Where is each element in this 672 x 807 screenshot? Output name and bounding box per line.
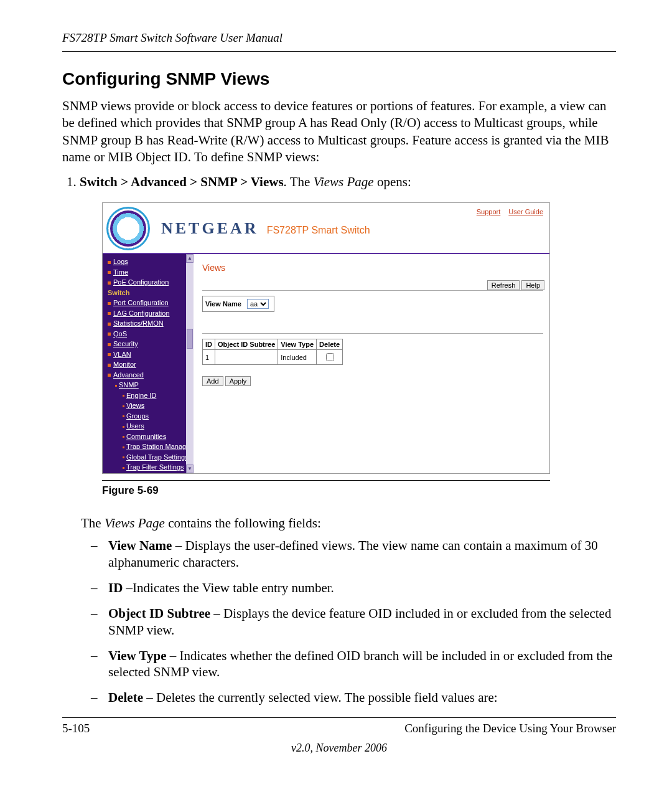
sidebar-item-engine-id[interactable]: Engine ID bbox=[103, 390, 194, 401]
bullet-icon bbox=[123, 436, 124, 438]
steps-list: Switch > Advanced > SNMP > Views. The Vi… bbox=[62, 174, 616, 190]
nav-sidebar: Logs Time PoE Configuration Switch Port … bbox=[103, 254, 194, 473]
field-list: View Name – Displays the user-defined vi… bbox=[62, 537, 616, 706]
footer-page-number: 5-105 bbox=[62, 722, 90, 735]
refresh-button[interactable]: Refresh bbox=[487, 280, 520, 290]
bullet-icon bbox=[123, 415, 124, 417]
cell-oid bbox=[215, 350, 278, 365]
bullet-icon bbox=[123, 405, 124, 407]
cell-view-type: Included bbox=[278, 350, 317, 365]
content-pane: Views Refresh Help View Name aa ID bbox=[194, 254, 549, 473]
views-table: ID Object ID Subtree View Type Delete 1 … bbox=[202, 339, 343, 365]
bullet-icon bbox=[108, 353, 111, 356]
sidebar-item-vlan[interactable]: VLAN bbox=[103, 349, 194, 360]
sidebar-item-multicast[interactable]: Multicast bbox=[103, 473, 194, 474]
figure-caption: Figure 5-69 bbox=[102, 480, 550, 497]
sidebar-section-switch: Switch bbox=[103, 288, 194, 298]
netgear-logo-icon bbox=[106, 207, 150, 250]
intro-paragraph: SNMP views provide or block access to de… bbox=[62, 98, 616, 166]
sidebar-item-poe[interactable]: PoE Configuration bbox=[103, 277, 194, 288]
table-header-row: ID Object ID Subtree View Type Delete bbox=[203, 339, 343, 350]
delete-checkbox[interactable] bbox=[326, 353, 334, 361]
field-id: ID –Indicates the View table entry numbe… bbox=[97, 580, 616, 597]
section-title: Configuring SNMP Views bbox=[62, 69, 616, 89]
footer-version: v2.0, November 2006 bbox=[62, 742, 616, 755]
sidebar-item-snmp[interactable]: SNMP bbox=[103, 380, 194, 390]
col-id: ID bbox=[203, 339, 215, 350]
sidebar-item-views[interactable]: Views bbox=[103, 400, 194, 411]
view-name-row: View Name aa bbox=[202, 296, 274, 312]
brand-logo-text: NETGEAR bbox=[161, 219, 259, 237]
sidebar-item-qos[interactable]: QoS bbox=[103, 329, 194, 339]
sidebar-item-statistics[interactable]: Statistics/RMON bbox=[103, 318, 194, 329]
bullet-icon bbox=[108, 374, 111, 377]
bullet-icon bbox=[108, 271, 111, 274]
bullet-icon bbox=[108, 312, 111, 315]
bullet-icon bbox=[123, 395, 124, 397]
table-row: 1 Included bbox=[203, 350, 343, 365]
product-name: FS728TP Smart Switch bbox=[267, 225, 370, 235]
help-button[interactable]: Help bbox=[521, 280, 544, 290]
sidebar-item-trap-filter[interactable]: Trap Filter Settings bbox=[103, 462, 194, 473]
bullet-icon bbox=[115, 385, 117, 387]
field-oid: Object ID Subtree – Displays the device … bbox=[97, 605, 616, 639]
col-delete: Delete bbox=[317, 339, 343, 350]
cell-id: 1 bbox=[203, 350, 215, 365]
sidebar-item-port-config[interactable]: Port Configuration bbox=[103, 298, 194, 308]
button-row: Add Apply bbox=[202, 376, 543, 386]
add-button[interactable]: Add bbox=[202, 376, 223, 386]
bullet-icon bbox=[108, 333, 111, 336]
bullet-icon bbox=[123, 456, 124, 458]
bullet-icon bbox=[108, 343, 111, 346]
sidebar-item-groups[interactable]: Groups bbox=[103, 411, 194, 422]
bullet-icon bbox=[108, 302, 111, 305]
running-header: FS728TP Smart Switch Software User Manua… bbox=[62, 31, 616, 52]
sidebar-item-time[interactable]: Time bbox=[103, 267, 194, 278]
cell-delete bbox=[317, 350, 343, 365]
page-footer: 5-105 Configuring the Device Using Your … bbox=[62, 717, 616, 735]
field-view-name: View Name – Displays the user-defined vi… bbox=[97, 537, 616, 571]
after-figure-text: The Views Page contains the following fi… bbox=[81, 516, 616, 531]
step-text-1: . The bbox=[284, 174, 314, 189]
bullet-icon bbox=[123, 467, 124, 469]
views-page-screenshot: NETGEAR FS728TP Smart Switch Support Use… bbox=[102, 202, 550, 474]
step-1: Switch > Advanced > SNMP > Views. The Vi… bbox=[80, 174, 616, 190]
bullet-icon bbox=[108, 364, 111, 367]
divider bbox=[202, 290, 543, 291]
footer-chapter: Configuring the Device Using Your Browse… bbox=[404, 722, 616, 735]
sidebar-item-logs[interactable]: Logs bbox=[103, 257, 194, 267]
apply-button[interactable]: Apply bbox=[225, 376, 251, 386]
divider bbox=[202, 333, 543, 334]
step-text-2: opens: bbox=[374, 174, 411, 189]
sidebar-item-monitor[interactable]: Monitor bbox=[103, 359, 194, 370]
header-links: Support User Guide bbox=[470, 208, 543, 215]
sidebar-scrollbar[interactable]: ▲ ▼ bbox=[186, 254, 194, 473]
bullet-icon bbox=[108, 281, 111, 285]
bullet-icon bbox=[123, 426, 124, 428]
bullet-icon bbox=[123, 446, 124, 448]
scroll-down-icon[interactable]: ▼ bbox=[186, 465, 194, 473]
sidebar-item-lag-config[interactable]: LAG Configuration bbox=[103, 308, 194, 319]
step-path: Switch > Advanced > SNMP > Views bbox=[80, 174, 284, 189]
scroll-thumb[interactable] bbox=[187, 329, 193, 349]
sidebar-item-communities[interactable]: Communities bbox=[103, 432, 194, 442]
app-header: NETGEAR FS728TP Smart Switch Support Use… bbox=[103, 203, 549, 254]
support-link[interactable]: Support bbox=[477, 208, 501, 215]
view-name-label: View Name bbox=[205, 300, 241, 308]
field-view-type: View Type – Indicates whether the define… bbox=[97, 648, 616, 681]
sidebar-item-global-trap[interactable]: Global Trap Settings bbox=[103, 452, 194, 463]
sidebar-item-trap-station[interactable]: Trap Station Manage bbox=[103, 441, 194, 452]
col-view-type: View Type bbox=[278, 339, 317, 350]
sidebar-item-advanced[interactable]: Advanced bbox=[103, 370, 194, 380]
bullet-icon bbox=[108, 323, 111, 326]
col-oid: Object ID Subtree bbox=[215, 339, 278, 350]
user-guide-link[interactable]: User Guide bbox=[508, 208, 543, 215]
scroll-up-icon[interactable]: ▲ bbox=[186, 254, 194, 263]
sidebar-item-security[interactable]: Security bbox=[103, 339, 194, 349]
sidebar-item-users[interactable]: Users bbox=[103, 421, 194, 432]
view-name-select[interactable]: aa bbox=[247, 299, 269, 309]
bullet-icon bbox=[108, 261, 111, 264]
field-delete: Delete – Deletes the currently selected … bbox=[97, 689, 616, 706]
pane-title: Views bbox=[202, 263, 543, 273]
step-page-name: Views Page bbox=[314, 174, 374, 189]
